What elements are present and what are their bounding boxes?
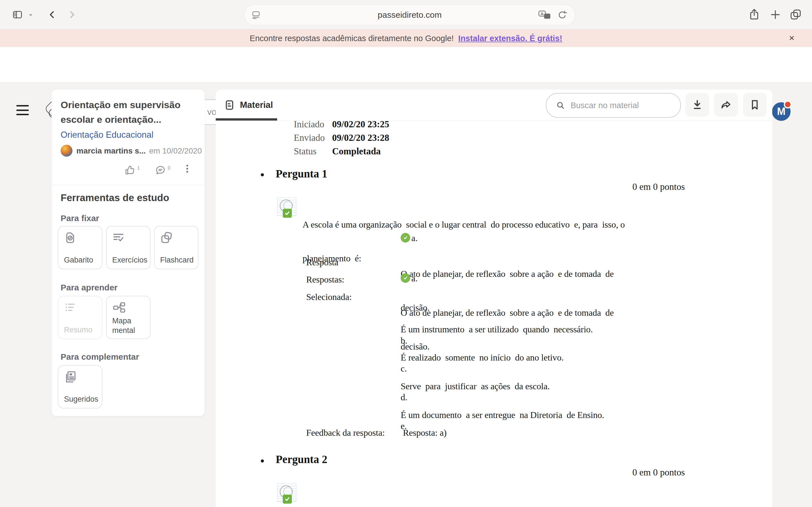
meta-row: StatusCompletada xyxy=(294,145,380,158)
like-button[interactable] xyxy=(124,165,136,176)
share-icon[interactable] xyxy=(748,7,761,21)
sidebar-toggle-icon[interactable] xyxy=(12,9,23,20)
menu-icon[interactable] xyxy=(16,105,29,115)
download-icon xyxy=(691,99,703,111)
section-para-fixar: Para fixar xyxy=(61,214,99,223)
exercises-icon xyxy=(112,231,125,244)
share-material-button[interactable] xyxy=(714,93,738,117)
url-text[interactable]: passeidireto.com xyxy=(245,5,575,25)
selected-answer-letter: a. xyxy=(401,233,417,243)
forward-arrow-icon xyxy=(720,99,732,111)
option-b-text: É um instrumento a ser utilizado quando … xyxy=(401,324,593,335)
material-panel: Material Iniciado0 xyxy=(216,90,772,507)
like-count: 1 xyxy=(137,166,140,171)
bookmark-icon xyxy=(749,99,761,111)
option-c-text: É realizado somente no início do ano let… xyxy=(401,352,564,363)
question-2-text: Observamos que usamos a palavra planejam… xyxy=(303,482,635,507)
answers-label: Respostas: xyxy=(306,274,344,285)
more-options-icon[interactable] xyxy=(186,163,188,174)
suggested-icon xyxy=(63,370,77,384)
tool-sugeridos[interactable]: Sugeridos xyxy=(58,365,102,408)
thumbs-up-icon xyxy=(124,165,136,176)
tool-mapa-mental[interactable]: Mapa mental xyxy=(106,296,151,339)
tool-flashcard[interactable]: Flashcard xyxy=(154,226,199,269)
comment-icon xyxy=(155,165,166,176)
svg-text:A: A xyxy=(541,11,544,16)
tool-gabarito[interactable]: Gabarito xyxy=(58,226,102,269)
translate-icon[interactable]: A 文 xyxy=(538,10,551,20)
browser-toolbar: passeidireto.com A 文 xyxy=(0,0,812,30)
question-2-points: 0 em 0 pontos xyxy=(276,467,685,478)
quiz-question-icon xyxy=(277,483,298,503)
answer-key-icon xyxy=(63,231,77,244)
feedback-value: Resposta: a) xyxy=(403,427,447,438)
option-d-text: Serve para justificar as ações da escola… xyxy=(401,381,550,392)
section-para-aprender: Para aprender xyxy=(61,283,117,292)
correct-check-icon xyxy=(401,273,410,283)
bookmark-button[interactable] xyxy=(743,93,767,117)
option-a-letter: a. xyxy=(401,273,417,283)
bullet xyxy=(261,459,264,462)
user-avatar[interactable]: M xyxy=(772,102,791,121)
material-doc-icon xyxy=(223,99,236,111)
reload-icon[interactable] xyxy=(557,10,567,20)
back-button[interactable] xyxy=(47,9,57,20)
active-tab-underline xyxy=(216,118,277,121)
svg-text:文: 文 xyxy=(545,14,549,18)
install-extension-link[interactable]: Instalar extensão. É grátis! xyxy=(458,34,562,43)
tool-resumo: Resumo xyxy=(58,296,102,339)
material-search-input[interactable] xyxy=(571,101,664,110)
screen: passeidireto.com A 文 xyxy=(0,0,812,507)
summary-icon xyxy=(63,301,77,314)
quiz-question-icon xyxy=(277,198,298,217)
question-2-title: Pergunta 2 xyxy=(276,453,327,466)
mind-map-icon xyxy=(112,301,125,314)
divider xyxy=(52,185,205,185)
meta-row: Iniciado09/02/20 23:25 xyxy=(294,121,389,130)
tab-material[interactable]: Material xyxy=(223,90,273,121)
question-1-points: 0 em 0 pontos xyxy=(276,182,685,192)
option-e-text: É um documento a ser entregue na Diretor… xyxy=(401,409,604,420)
tabs-overview-icon[interactable] xyxy=(789,8,802,21)
banner-message: Encontre respostas acadêmicas diretament… xyxy=(250,34,454,43)
option-e: e. xyxy=(401,398,418,454)
comment-button[interactable] xyxy=(155,165,166,176)
question-1-title: Pergunta 1 xyxy=(276,167,327,180)
site-header: passeidireto Clube PD Aprender Inglês xyxy=(0,47,812,82)
new-tab-icon[interactable] xyxy=(769,8,781,21)
document-viewer[interactable]: Iniciado09/02/20 23:25 Enviado09/02/20 2… xyxy=(216,121,772,507)
forward-button[interactable] xyxy=(66,9,77,20)
topic-link[interactable]: Orientação Educacional xyxy=(61,130,153,140)
correct-check-icon xyxy=(401,233,410,242)
download-button[interactable] xyxy=(686,93,709,117)
notification-badge xyxy=(784,101,792,108)
chevron-down-icon[interactable] xyxy=(28,12,34,17)
material-search[interactable] xyxy=(546,93,681,118)
address-bar[interactable]: passeidireto.com A 文 xyxy=(244,4,575,25)
feedback-label: Feedback da resposta: xyxy=(306,427,385,438)
upload-date: em 10/02/2020 xyxy=(149,147,202,156)
section-para-complementar: Para complementar xyxy=(61,352,139,362)
document-info-card: Orientação em supervisão escolar e orien… xyxy=(52,90,205,416)
tool-exercicios[interactable]: Exercícios xyxy=(106,226,151,269)
document-title: Orientação em supervisão escolar e orien… xyxy=(61,98,193,127)
meta-row: Enviado09/02/20 23:28 xyxy=(294,131,389,144)
author-avatar[interactable] xyxy=(61,145,72,157)
study-tools-title: Ferramentas de estudo xyxy=(61,192,169,203)
author-name[interactable]: marcia martins s... xyxy=(77,147,146,156)
flashcard-icon xyxy=(160,231,173,244)
promo-banner: Encontre respostas acadêmicas diretament… xyxy=(0,30,812,47)
bullet xyxy=(261,173,264,176)
search-icon xyxy=(556,101,565,110)
banner-close-icon[interactable]: × xyxy=(789,33,795,43)
comment-count: 0 xyxy=(168,166,170,171)
